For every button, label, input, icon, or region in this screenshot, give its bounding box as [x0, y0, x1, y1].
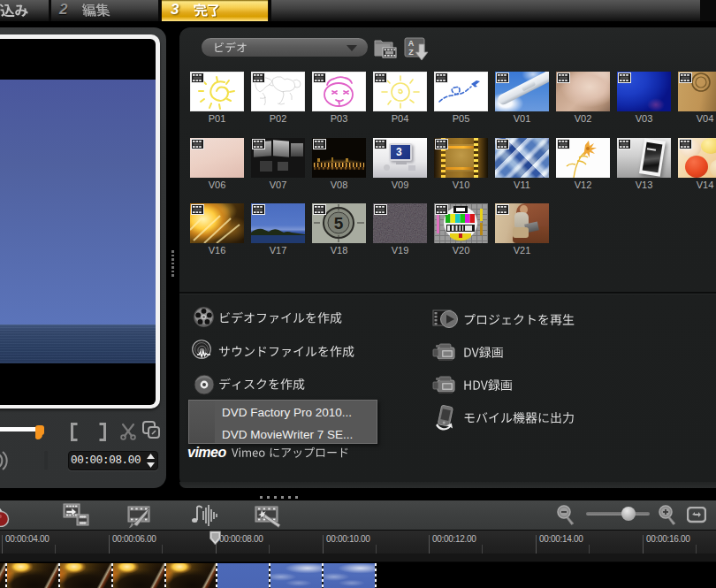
- svg-text:A: A: [408, 39, 415, 48]
- svg-text:Z: Z: [408, 48, 414, 57]
- svg-text:5: 5: [334, 214, 344, 233]
